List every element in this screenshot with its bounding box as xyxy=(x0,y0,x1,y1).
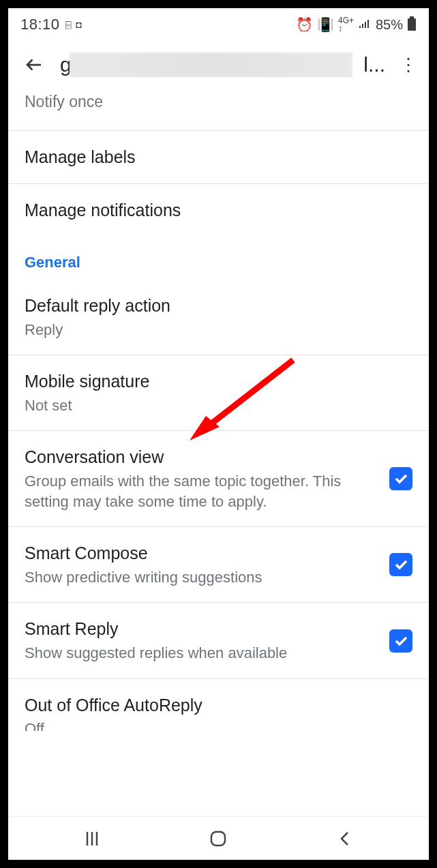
home-icon xyxy=(208,828,228,849)
conversation-view-desc: Group emails with the same topic togethe… xyxy=(25,471,378,511)
smart-reply-title: Smart Reply xyxy=(25,618,378,640)
alarm-icon: ⏰ xyxy=(296,18,313,31)
vibrate-icon: 📳 xyxy=(317,18,334,31)
svg-rect-8 xyxy=(211,832,225,845)
settings-list: Notify once Manage labels Manage notific… xyxy=(8,89,429,816)
manage-labels-label: Manage labels xyxy=(25,146,412,168)
mobile-signature-title: Mobile signature xyxy=(25,370,412,393)
default-reply-value: Reply xyxy=(25,320,412,340)
smart-reply-checkbox[interactable] xyxy=(389,629,412,653)
setting-smart-reply[interactable]: Smart Reply Show suggested replies when … xyxy=(8,603,429,678)
default-reply-title: Default reply action xyxy=(25,295,412,317)
notify-once-label: Notify once xyxy=(25,93,103,111)
back-button[interactable] xyxy=(19,50,49,80)
smart-compose-desc: Show predictive writing suggestions xyxy=(25,567,378,588)
smart-compose-title: Smart Compose xyxy=(25,542,378,565)
android-nav-bar xyxy=(8,816,429,860)
mobile-signature-value: Not set xyxy=(25,395,412,416)
check-icon xyxy=(393,633,409,649)
nav-back-button[interactable] xyxy=(331,825,359,852)
smart-compose-checkbox[interactable] xyxy=(389,553,412,576)
nav-recent-button[interactable] xyxy=(78,825,106,852)
title-redacted xyxy=(70,53,352,77)
phone-frame: 18:10 ⌸ ◘ ⏰ 📳 4G+↕ 85% g l... ⋮ xyxy=(8,8,429,860)
manage-notifications-label: Manage notifications xyxy=(25,199,412,222)
title-ellipsis: l... xyxy=(363,53,385,76)
recent-icon xyxy=(82,829,102,848)
ooo-value: Off xyxy=(25,719,412,731)
arrow-left-icon xyxy=(24,55,44,75)
ooo-title: Out of Office AutoReply xyxy=(25,694,412,717)
setting-default-reply-action[interactable]: Default reply action Reply xyxy=(8,280,429,355)
app-bar: g l... ⋮ xyxy=(8,41,429,89)
check-icon xyxy=(393,556,409,573)
page-title: g l... xyxy=(57,48,385,81)
notification-icon: ◘ xyxy=(76,20,82,29)
conversation-view-title: Conversation view xyxy=(25,446,378,468)
voicemail-icon: ⌸ xyxy=(65,20,71,29)
svg-rect-1 xyxy=(410,16,414,18)
status-time: 18:10 xyxy=(20,16,60,33)
conversation-view-checkbox[interactable] xyxy=(389,467,412,490)
setting-manage-labels[interactable]: Manage labels xyxy=(8,131,429,184)
check-icon xyxy=(393,470,409,487)
chevron-left-icon xyxy=(336,830,354,848)
setting-out-of-office[interactable]: Out of Office AutoReply Off xyxy=(8,679,429,734)
more-vert-icon: ⋮ xyxy=(400,55,417,76)
setting-notify-once[interactable]: Notify once xyxy=(8,89,429,131)
network-type-icon: 4G+↕ xyxy=(338,16,354,33)
battery-percent: 85% xyxy=(376,18,403,31)
signal-icon xyxy=(358,18,372,31)
setting-mobile-signature[interactable]: Mobile signature Not set xyxy=(8,355,429,431)
nav-home-button[interactable] xyxy=(205,825,232,852)
setting-smart-compose[interactable]: Smart Compose Show predictive writing su… xyxy=(8,527,429,603)
more-options-button[interactable]: ⋮ xyxy=(393,50,423,80)
status-bar: 18:10 ⌸ ◘ ⏰ 📳 4G+↕ 85% xyxy=(8,8,429,41)
smart-reply-desc: Show suggested replies when available xyxy=(25,643,378,663)
section-header-general: General xyxy=(8,236,429,280)
battery-icon xyxy=(407,16,417,33)
setting-manage-notifications[interactable]: Manage notifications xyxy=(8,184,429,237)
setting-conversation-view[interactable]: Conversation view Group emails with the … xyxy=(8,431,429,527)
